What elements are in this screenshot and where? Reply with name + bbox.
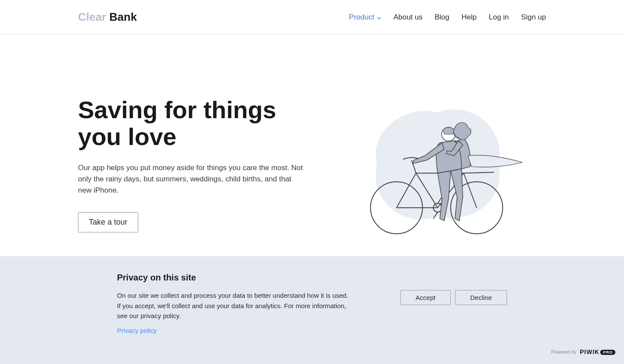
powered-by-label: Powered by: [551, 349, 576, 354]
hero-body: Our app helps you put money aside for th…: [78, 162, 303, 196]
nav-product[interactable]: Product: [349, 13, 381, 22]
nav-help[interactable]: Help: [462, 13, 477, 22]
cookie-title: Privacy on this site: [117, 273, 351, 283]
nav-login[interactable]: Log in: [489, 13, 509, 22]
logo[interactable]: Clear Bank: [78, 10, 137, 24]
take-tour-button[interactable]: Take a tour: [78, 212, 138, 232]
hero-title: Saving for things you love: [78, 97, 312, 150]
cookie-banner: Privacy on this site On our site we coll…: [0, 256, 624, 364]
cookie-text: Privacy on this site On our site we coll…: [117, 273, 351, 335]
privacy-policy-link[interactable]: Privacy policy: [117, 327, 157, 334]
cookie-body: On our site we collect and process your …: [117, 290, 351, 321]
piwik-pro-badge: PRO: [600, 350, 615, 355]
main-nav: Product About us Blog Help Log in Sign u…: [349, 13, 546, 22]
hero-illustration: [329, 87, 546, 242]
piwik-logo: PIWIKPRO: [580, 348, 615, 355]
nav-about[interactable]: About us: [393, 13, 422, 22]
logo-bank: Bank: [106, 10, 137, 23]
bicycle-couple-icon: [351, 87, 524, 242]
cookie-buttons: Accept Decline: [400, 290, 507, 305]
piwik-text: PIWIK: [580, 348, 599, 355]
nav-signup[interactable]: Sign up: [521, 13, 546, 22]
site-header: Clear Bank Product About us Blog Help Lo…: [0, 0, 624, 35]
logo-clear: Clear: [78, 10, 106, 23]
accept-button[interactable]: Accept: [400, 290, 451, 305]
nav-product-label: Product: [349, 13, 374, 22]
chevron-down-icon: [377, 13, 381, 22]
powered-by: Powered by PIWIKPRO: [0, 348, 624, 355]
hero-text: Saving for things you love Our app helps…: [78, 97, 312, 232]
hero-section: Saving for things you love Our app helps…: [0, 35, 624, 242]
decline-button[interactable]: Decline: [455, 290, 507, 305]
nav-blog[interactable]: Blog: [435, 13, 449, 22]
